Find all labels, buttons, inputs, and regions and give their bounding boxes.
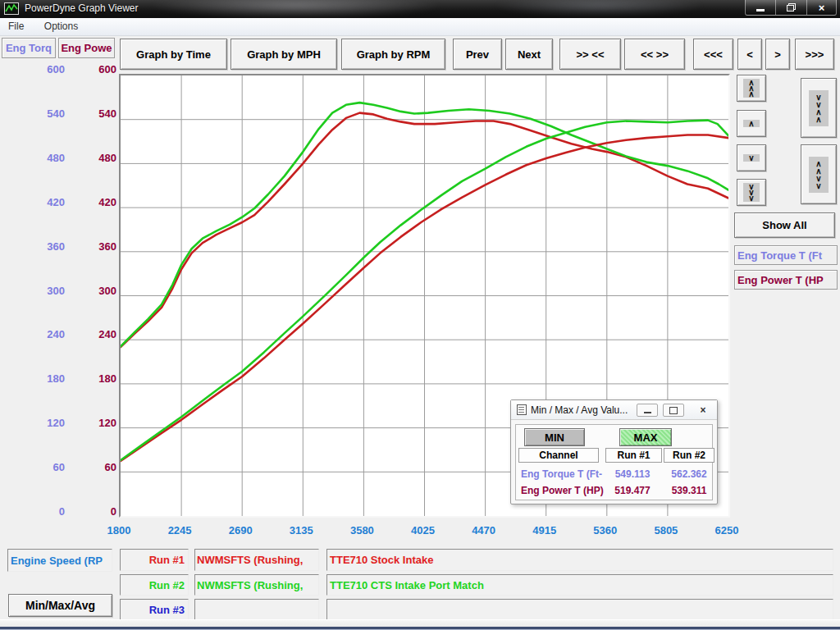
y-scale-up-button[interactable]: ∧ — [737, 110, 766, 137]
glass-reflection — [148, 0, 443, 18]
menu-file[interactable]: File — [0, 18, 32, 32]
torque-series-label[interactable]: Eng Torque T (Ft — [734, 245, 838, 265]
glass-reflection — [492, 0, 705, 16]
torque-axis-tick-540: 540 — [14, 107, 65, 120]
minmax-minimize-button[interactable] — [637, 404, 658, 417]
rpm-axis-tick-2245: 2245 — [153, 524, 206, 536]
zoom-out-x-button[interactable]: << >> — [624, 39, 685, 70]
rpm-axis-tick-4025: 4025 — [397, 524, 450, 536]
torque-row-label: Eng Torque T (Ft- — [521, 468, 602, 480]
rpm-axis-tick-4915: 4915 — [518, 524, 571, 536]
run3-description[interactable] — [326, 599, 833, 621]
torque-axis-tick-480: 480 — [14, 152, 65, 164]
power-axis-tick-360: 360 — [66, 240, 116, 253]
zoom-in-x-button[interactable]: >> << — [559, 39, 621, 70]
torque-axis-tick-420: 420 — [14, 196, 65, 208]
power-axis-tick-0: 0 — [66, 505, 116, 518]
run2-description[interactable]: TTE710 CTS Intake Port Match — [326, 574, 833, 596]
run2-label[interactable]: Run #2 — [120, 574, 189, 596]
minmaxavg-button[interactable]: Min/Max/Avg — [8, 594, 112, 617]
torque-axis-tick-180: 180 — [14, 372, 65, 385]
power-run2-value: 539.311 — [662, 485, 716, 496]
minmax-title-bar[interactable]: Min / Max / Avg Valu... × — [511, 400, 717, 420]
run1-label[interactable]: Run #1 — [120, 549, 189, 571]
minimize-icon — [644, 412, 651, 413]
restore-button[interactable] — [776, 0, 807, 16]
run2-column-header[interactable]: Run #2 — [664, 448, 714, 463]
prev-button[interactable]: Prev — [453, 39, 502, 70]
power-axis-tick-600: 600 — [66, 63, 116, 75]
torque-axis-tick-60: 60 — [14, 461, 65, 473]
power-axis-tick-420: 420 — [66, 196, 116, 208]
menu-bar: File Options — [0, 18, 840, 36]
expand-chevrons-icon: ∧ ∧ ∨ ∨ — [809, 157, 828, 193]
axis-expand-button[interactable]: ∧ ∧ ∨ ∨ — [801, 144, 837, 204]
y-scale-down-button[interactable]: ∨ — [737, 144, 766, 171]
minmax-window[interactable]: Min / Max / Avg Valu... × MIN MAX Channe… — [510, 399, 718, 504]
run3-label[interactable]: Run #3 — [120, 599, 189, 621]
close-button[interactable]: × — [807, 0, 837, 16]
y-scale-down-fast-button[interactable]: ∨ ∨ ∨ — [737, 179, 766, 206]
scroll-left-fast-button[interactable]: <<< — [693, 39, 733, 70]
torque-run1-value: 549.113 — [605, 468, 660, 480]
rpm-axis-tick-1800: 1800 — [93, 524, 145, 536]
document-icon — [517, 404, 527, 415]
minmax-restore-button[interactable] — [663, 404, 684, 417]
triple-chevron-up-icon: ∧ ∧ ∧ — [743, 79, 759, 98]
torque-axis-tick-360: 360 — [14, 240, 65, 253]
max-button[interactable]: MAX — [619, 428, 672, 446]
close-icon: × — [700, 405, 705, 415]
collapse-chevrons-icon: ∨ ∨ ∧ ∧ — [809, 90, 828, 126]
chevron-down-icon: ∨ — [743, 154, 759, 162]
torque-axis-tick-240: 240 — [14, 328, 65, 340]
next-button[interactable]: Next — [505, 39, 553, 70]
restore-icon — [669, 407, 678, 414]
menu-options[interactable]: Options — [36, 18, 86, 32]
scroll-right-fast-button[interactable]: >>> — [795, 39, 834, 70]
eng-power-axis-button[interactable]: Eng Powe — [58, 38, 115, 58]
window-title: PowerDyne Graph Viewer — [25, 2, 139, 14]
app-window: PowerDyne Graph Viewer × File Options En… — [0, 0, 840, 630]
power-axis-tick-60: 60 — [66, 461, 116, 473]
channel-column-header[interactable]: Channel — [518, 448, 599, 463]
power-row-label: Eng Power T (HP) — [521, 485, 604, 496]
run1-description[interactable]: TTE710 Stock Intake — [326, 549, 833, 571]
run3-name[interactable] — [194, 599, 319, 621]
eng-torque-axis-button[interactable]: Eng Torq — [2, 38, 56, 58]
close-icon: × — [819, 2, 825, 13]
title-bar[interactable]: PowerDyne Graph Viewer × — [0, 0, 840, 18]
scroll-right-button[interactable]: > — [765, 39, 790, 70]
power-series-label[interactable]: Eng Power T (HP — [734, 270, 838, 290]
rpm-axis-tick-3135: 3135 — [275, 524, 327, 536]
show-all-button[interactable]: Show All — [734, 212, 835, 238]
graph-by-time-button[interactable]: Graph by Time — [120, 39, 227, 70]
power-run1-value: 519.477 — [605, 485, 660, 496]
torque-run2-value: 562.362 — [662, 468, 716, 480]
minmax-window-title: Min / Max / Avg Valu... — [531, 404, 628, 416]
power-axis-tick-300: 300 — [66, 285, 116, 297]
run2-name[interactable]: NWMSFTS (Rushing, — [194, 574, 319, 596]
x-channel-label[interactable]: Engine Speed (RP — [7, 549, 112, 572]
rpm-axis-tick-2690: 2690 — [214, 524, 267, 536]
power-axis-tick-240: 240 — [66, 328, 116, 340]
minmax-close-button[interactable]: × — [692, 404, 714, 417]
power-axis-tick-480: 480 — [66, 152, 116, 164]
minimize-button[interactable] — [745, 0, 776, 16]
scroll-left-button[interactable]: < — [737, 39, 762, 70]
power-axis-tick-540: 540 — [66, 107, 116, 120]
graph-by-mph-button[interactable]: Graph by MPH — [231, 39, 337, 70]
restore-icon — [787, 3, 796, 11]
min-button[interactable]: MIN — [524, 428, 585, 446]
graph-by-rpm-button[interactable]: Graph by RPM — [341, 39, 445, 70]
app-icon — [4, 2, 19, 15]
rpm-axis-tick-6250: 6250 — [701, 524, 753, 536]
rpm-axis-tick-5805: 5805 — [640, 524, 692, 536]
rpm-axis-tick-5360: 5360 — [579, 524, 632, 536]
window-bottom-border — [0, 619, 840, 630]
power-axis-tick-180: 180 — [66, 372, 116, 385]
run1-name[interactable]: NWMSFTS (Rushing, — [194, 549, 319, 571]
y-scale-up-fast-button[interactable]: ∧ ∧ ∧ — [737, 75, 766, 102]
run1-column-header[interactable]: Run #1 — [605, 448, 662, 463]
axis-collapse-button[interactable]: ∨ ∨ ∧ ∧ — [801, 78, 837, 138]
torque-axis-tick-120: 120 — [14, 417, 65, 429]
